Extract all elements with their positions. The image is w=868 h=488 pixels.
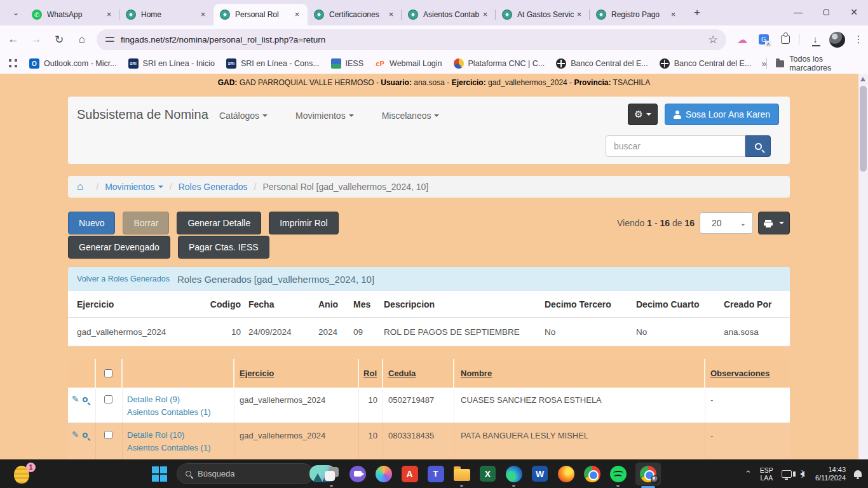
profile-avatar[interactable]	[827, 30, 846, 49]
spotify-button[interactable]	[609, 465, 627, 482]
tab-registro-pago[interactable]: Registro Pago ×	[590, 4, 684, 25]
col-header-ejercicio[interactable]: Ejercicio	[240, 369, 274, 378]
notification-bell-icon[interactable]	[854, 470, 862, 477]
word-button[interactable]: W	[531, 465, 548, 482]
apps-grid-icon[interactable]	[9, 59, 18, 68]
menu-miscelaneos[interactable]: Miscelaneos	[382, 111, 440, 121]
language-indicator[interactable]: ESP LAA	[760, 466, 773, 482]
generar-devengado-button[interactable]: Generar Devengado	[68, 236, 170, 259]
row-checkbox[interactable]	[104, 431, 112, 439]
close-icon[interactable]: ×	[386, 10, 397, 20]
print-dropdown-button[interactable]	[758, 212, 790, 234]
volver-link[interactable]: Volver a Roles Generados	[77, 274, 170, 283]
view-magnifier-icon[interactable]	[83, 397, 88, 402]
select-all-checkbox[interactable]	[104, 369, 112, 377]
tab-search-chevron-icon[interactable]: ⌄	[8, 4, 24, 21]
tray-chevron-icon[interactable]: ⌃	[745, 469, 752, 478]
imprimir-rol-button[interactable]: Imprimir Rol	[269, 212, 338, 234]
chat-app-button[interactable]	[349, 465, 366, 482]
tab-at-gastos[interactable]: At Gastos Servic ×	[496, 4, 590, 25]
breadcrumb-roles-generados[interactable]: Roles Generados	[179, 182, 248, 192]
bookmark-cnc[interactable]: Plataforma CNC | C...	[454, 58, 545, 69]
extensions-puzzle-icon[interactable]	[776, 30, 795, 49]
bookmark-outlook[interactable]: O Outlook.com - Micr...	[29, 58, 117, 69]
col-header-observaciones[interactable]: Observaciones	[710, 369, 770, 378]
all-bookmarks-button[interactable]: Todos los marcadores	[766, 55, 858, 72]
settings-gear-button[interactable]: ⚙	[628, 104, 658, 125]
edge-button[interactable]	[505, 465, 522, 482]
file-explorer-button[interactable]	[453, 465, 470, 482]
chrome-active-button[interactable]	[635, 463, 661, 485]
translate-icon[interactable]: G	[754, 30, 773, 49]
asientos-contables-link[interactable]: Asientos Contables (1)	[127, 442, 234, 454]
page-scrollbar[interactable]	[858, 74, 868, 459]
restore-button[interactable]	[812, 0, 840, 24]
teams-button[interactable]: T	[427, 465, 444, 482]
col-header-cedula[interactable]: Cedula	[388, 369, 416, 378]
bookmark-star-icon[interactable]: ☆	[703, 30, 722, 49]
taskbar-search[interactable]	[177, 463, 314, 484]
tab-home[interactable]: Home ×	[119, 4, 214, 25]
browser-home-icon[interactable]: ⌂	[72, 30, 92, 49]
close-icon[interactable]: ×	[198, 10, 208, 20]
notification-widget[interactable]: 1	[14, 464, 33, 484]
forward-icon[interactable]: →	[27, 30, 46, 49]
col-header-nombre[interactable]: Nombre	[461, 369, 492, 378]
close-icon[interactable]: ×	[574, 10, 585, 20]
row-checkbox[interactable]	[104, 395, 112, 403]
new-tab-button[interactable]: +	[688, 4, 706, 22]
search-button[interactable]	[745, 135, 771, 157]
close-icon[interactable]: ×	[104, 10, 114, 20]
scrollbar-thumb[interactable]	[860, 86, 867, 172]
view-magnifier-icon[interactable]	[83, 433, 88, 438]
network-icon[interactable]	[782, 470, 792, 478]
downloads-icon[interactable]: ↓	[806, 30, 825, 49]
volume-icon[interactable]	[800, 471, 804, 477]
minimize-button[interactable]: —	[784, 0, 812, 24]
chrome-button[interactable]	[583, 465, 600, 482]
generar-detalle-button[interactable]: Generar Detalle	[177, 212, 261, 234]
acrobat-button[interactable]: A	[401, 465, 418, 482]
tab-asientos-contables[interactable]: Asientos Contab ×	[402, 4, 496, 25]
detalle-rol-link[interactable]: Detalle Rol (9)	[127, 393, 234, 406]
home-icon[interactable]: ⌂	[77, 180, 83, 193]
clock[interactable]: 14:43 6/11/2024	[815, 466, 846, 482]
reload-icon[interactable]: ↻	[50, 30, 69, 49]
bookmark-banco-central-2[interactable]: Banco Central del E...	[660, 58, 752, 69]
back-icon[interactable]: ←	[4, 30, 23, 49]
bookmark-webmail[interactable]: cP Webmail Login	[375, 58, 442, 69]
taskbar-search-input[interactable]	[191, 469, 309, 478]
detalle-rol-link[interactable]: Detalle Rol (10)	[127, 429, 234, 442]
menu-catalogos[interactable]: Catálogos	[219, 111, 268, 121]
scroll-up-arrow[interactable]	[860, 77, 865, 81]
firefox-button[interactable]	[557, 465, 574, 482]
bookmark-sri-inicio[interactable]: SRI SRI en Línea - Inicio	[128, 58, 215, 69]
page-size-select[interactable]: 20 ⌄	[700, 212, 753, 234]
pagar-ctas-iess-button[interactable]: Pagar Ctas. IESS	[178, 236, 269, 259]
bookmark-sri-consultas[interactable]: SRI SRI en Línea - Cons...	[226, 58, 320, 69]
address-bar[interactable]: fingads.net/sf2/nomina/personal_rol_list…	[97, 29, 726, 50]
tab-certificaciones[interactable]: Certificaciones ×	[308, 4, 402, 25]
col-header-rol[interactable]: Rol	[363, 369, 377, 378]
search-input[interactable]	[606, 135, 745, 157]
user-button[interactable]: Sosa Loor Ana Karen	[665, 104, 779, 125]
copilot-button[interactable]	[375, 465, 392, 482]
asientos-contables-link[interactable]: Asientos Contables (1)	[127, 406, 234, 419]
bookmark-banco-central-1[interactable]: Banco Central del E...	[556, 58, 648, 69]
breadcrumb-movimientos[interactable]: Movimientos	[105, 182, 163, 192]
nuevo-button[interactable]: Nuevo	[68, 212, 115, 234]
browser-menu-icon[interactable]: ⋮	[849, 30, 868, 49]
close-icon[interactable]: ×	[292, 10, 302, 20]
menu-movimientos[interactable]: Movimientos	[295, 111, 354, 121]
bookmark-iess[interactable]: IESS	[331, 58, 364, 69]
close-window-button[interactable]: ✕	[840, 0, 868, 24]
borrar-button[interactable]: Borrar	[123, 212, 169, 234]
tab-whatsapp[interactable]: ✆ WhatsApp ×	[25, 4, 119, 25]
excel-button[interactable]: X	[479, 465, 496, 482]
site-settings-icon[interactable]	[105, 36, 114, 43]
close-icon[interactable]: ×	[480, 10, 491, 20]
task-view-button[interactable]	[323, 465, 340, 482]
extension-cloud-icon[interactable]: ☁	[733, 30, 752, 49]
edit-pencil-icon[interactable]: ✎	[72, 394, 79, 404]
tab-personal-rol[interactable]: Personal Rol ×	[214, 4, 308, 25]
